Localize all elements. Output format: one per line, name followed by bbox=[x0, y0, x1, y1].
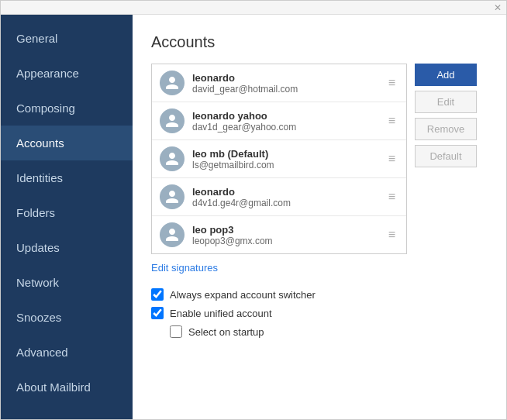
account-menu-icon[interactable]: ≡ bbox=[385, 112, 398, 129]
content-area: GeneralAppearanceComposingAccountsIdenti… bbox=[1, 15, 506, 419]
account-email: david_gear@hotmail.com bbox=[192, 84, 385, 95]
accounts-layout: leonardodavid_gear@hotmail.com≡ leonardo… bbox=[151, 64, 488, 254]
sidebar-item-accounts[interactable]: Accounts bbox=[1, 126, 133, 160]
account-avatar bbox=[160, 71, 185, 95]
account-email: ls@getmailbird.com bbox=[192, 160, 385, 170]
account-item[interactable]: leo mb (Default)ls@getmailbird.com≡ bbox=[152, 140, 406, 178]
title-bar: ✕ bbox=[1, 1, 506, 15]
sidebar-item-snoozes[interactable]: Snoozes bbox=[1, 300, 133, 335]
sidebar-item-about[interactable]: About Mailbird bbox=[1, 370, 133, 405]
account-avatar bbox=[160, 146, 185, 171]
account-avatar bbox=[160, 108, 185, 133]
add-button[interactable]: Add bbox=[415, 64, 477, 86]
sidebar-item-identities[interactable]: Identities bbox=[1, 160, 133, 195]
checkbox-row-unified[interactable]: Enable unified account bbox=[151, 307, 488, 319]
account-item[interactable]: leonardodavid_gear@hotmail.com≡ bbox=[152, 64, 406, 102]
account-info: leonardo yahoodav1d_gear@yahoo.com bbox=[192, 110, 385, 133]
account-email: d4v1d.ge4r@gmail.com bbox=[192, 198, 385, 208]
buttons-panel: Add Edit Remove Default bbox=[415, 64, 477, 167]
account-item[interactable]: leonardod4v1d.ge4r@gmail.com≡ bbox=[152, 178, 406, 216]
account-menu-icon[interactable]: ≡ bbox=[385, 226, 398, 243]
checkbox-startup[interactable] bbox=[170, 325, 182, 338]
account-item[interactable]: leonardo yahoodav1d_gear@yahoo.com≡ bbox=[152, 102, 406, 140]
account-avatar bbox=[160, 222, 185, 247]
account-name: leo mb (Default) bbox=[192, 148, 385, 160]
checkbox-label-startup: Select on startup bbox=[188, 326, 264, 338]
checkbox-unified[interactable] bbox=[151, 307, 164, 319]
checkbox-row-expand[interactable]: Always expand account switcher bbox=[151, 288, 488, 301]
account-avatar bbox=[160, 184, 185, 209]
default-button[interactable]: Default bbox=[415, 145, 477, 167]
sidebar-item-composing[interactable]: Composing bbox=[1, 91, 133, 126]
accounts-list: leonardodavid_gear@hotmail.com≡ leonardo… bbox=[151, 64, 407, 254]
sidebar-item-network[interactable]: Network bbox=[1, 265, 133, 300]
options-section: Always expand account switcherEnable uni… bbox=[151, 288, 488, 338]
account-menu-icon[interactable]: ≡ bbox=[385, 188, 398, 205]
edit-button[interactable]: Edit bbox=[415, 91, 477, 113]
checkbox-label-expand: Always expand account switcher bbox=[170, 289, 316, 301]
checkbox-row-startup[interactable]: Select on startup bbox=[170, 325, 488, 338]
page-title: Accounts bbox=[151, 33, 488, 51]
edit-signatures-link[interactable]: Edit signatures bbox=[151, 262, 218, 274]
sidebar: GeneralAppearanceComposingAccountsIdenti… bbox=[1, 15, 133, 419]
sidebar-item-general[interactable]: General bbox=[1, 21, 133, 56]
account-menu-icon[interactable]: ≡ bbox=[385, 150, 398, 167]
account-item[interactable]: leo pop3leopop3@gmx.com≡ bbox=[152, 216, 406, 253]
sidebar-item-folders[interactable]: Folders bbox=[1, 195, 133, 230]
account-email: dav1d_gear@yahoo.com bbox=[192, 122, 385, 133]
account-name: leonardo bbox=[192, 186, 385, 198]
account-info: leonardodavid_gear@hotmail.com bbox=[192, 72, 385, 95]
checkbox-label-unified: Enable unified account bbox=[170, 308, 272, 319]
account-info: leonardod4v1d.ge4r@gmail.com bbox=[192, 186, 385, 208]
account-name: leonardo bbox=[192, 72, 385, 84]
sidebar-item-updates[interactable]: Updates bbox=[1, 230, 133, 265]
account-info: leo mb (Default)ls@getmailbird.com bbox=[192, 148, 385, 170]
settings-window: ✕ GeneralAppearanceComposingAccountsIden… bbox=[0, 0, 507, 420]
main-panel: Accounts leonardodavid_gear@hotmail.com≡… bbox=[133, 15, 506, 419]
close-button[interactable]: ✕ bbox=[494, 3, 502, 12]
sidebar-item-advanced[interactable]: Advanced bbox=[1, 335, 133, 370]
sidebar-item-appearance[interactable]: Appearance bbox=[1, 56, 133, 91]
account-email: leopop3@gmx.com bbox=[192, 236, 385, 246]
remove-button[interactable]: Remove bbox=[415, 118, 477, 140]
account-menu-icon[interactable]: ≡ bbox=[385, 74, 398, 91]
checkbox-expand[interactable] bbox=[151, 288, 164, 301]
account-name: leo pop3 bbox=[192, 224, 385, 236]
account-name: leonardo yahoo bbox=[192, 110, 385, 122]
account-info: leo pop3leopop3@gmx.com bbox=[192, 224, 385, 246]
